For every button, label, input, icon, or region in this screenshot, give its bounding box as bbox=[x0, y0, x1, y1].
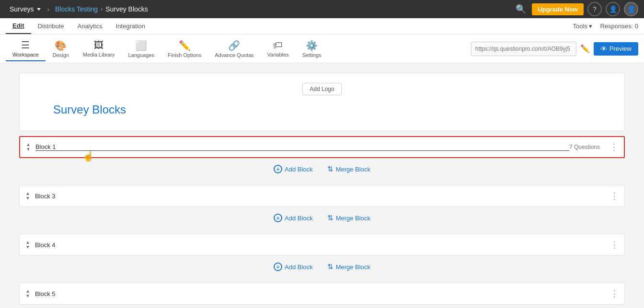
preview-button[interactable]: 👁 Preview bbox=[594, 42, 638, 56]
merge-block-label-3: Merge Block bbox=[336, 263, 370, 271]
block1-question-count: 7 Questions bbox=[569, 144, 600, 150]
surveys-dropdown-arrow bbox=[37, 8, 41, 11]
toolbar-languages[interactable]: ⬜ Languages bbox=[121, 37, 161, 61]
add-block-button-1[interactable]: + Add Block bbox=[274, 165, 313, 173]
breadcrumb-current: Survey Blocks bbox=[105, 5, 148, 13]
toolbar-right: ✏️ 👁 Preview bbox=[471, 42, 638, 56]
nav-distribute[interactable]: Distribute bbox=[31, 19, 71, 34]
block-row-5[interactable]: ▲ ▼ Block 5 ⋮ bbox=[19, 283, 625, 305]
sort-down-icon: ▼ bbox=[25, 294, 30, 298]
cursor-indicator: ☝ bbox=[82, 150, 94, 162]
merge-block-button-3[interactable]: ⇅ Merge Block bbox=[327, 262, 370, 271]
block1-more-button[interactable]: ⋮ bbox=[610, 142, 618, 152]
add-block-icon-2: + bbox=[274, 214, 282, 222]
upgrade-button[interactable]: Upgrade Now bbox=[532, 3, 584, 15]
notifications-icon[interactable]: 👤 bbox=[606, 2, 620, 16]
add-block-label-2: Add Block bbox=[285, 215, 313, 222]
toolbar-design[interactable]: 🎨 Design bbox=[46, 37, 76, 61]
merge-block-button-2[interactable]: ⇅ Merge Block bbox=[327, 214, 370, 222]
advance-quotas-label: Advance Quotas bbox=[215, 52, 253, 58]
survey-header-card: Add Logo Survey Blocks bbox=[19, 73, 625, 131]
toolbar-settings[interactable]: ⚙️ Settings bbox=[296, 37, 328, 61]
languages-icon: ⬜ bbox=[135, 40, 147, 51]
add-block-button-3[interactable]: + Add Block bbox=[274, 262, 313, 271]
finish-options-label: Finish Options bbox=[168, 52, 201, 58]
surveys-dropdown[interactable]: Surveys bbox=[6, 3, 45, 15]
block-actions-row-2: + Add Block ⇅ Merge Block bbox=[19, 207, 625, 229]
block4-name: Block 4 bbox=[35, 241, 610, 249]
languages-label: Languages bbox=[128, 52, 154, 58]
add-block-icon-1: + bbox=[274, 165, 282, 173]
nav-integration[interactable]: Integration bbox=[109, 19, 152, 34]
merge-block-icon-3: ⇅ bbox=[327, 262, 334, 271]
workspace-icon: ☰ bbox=[21, 39, 30, 51]
add-block-icon-3: + bbox=[274, 262, 282, 271]
responses-count: Responses: 0 bbox=[600, 23, 639, 30]
nav-actions: 🔍 Upgrade Now ? 👤 👤 bbox=[514, 2, 638, 16]
advance-quotas-icon: 🔗 bbox=[228, 40, 240, 51]
block5-name: Block 5 bbox=[35, 290, 610, 297]
block5-more-button[interactable]: ⋮ bbox=[610, 288, 619, 299]
block1-sort-handle[interactable]: ▲ ▼ bbox=[26, 142, 31, 152]
toolbar-variables[interactable]: 🏷 Variables bbox=[261, 37, 296, 60]
main-content: Add Logo Survey Blocks ▲ ▼ 7 Questions ⋮… bbox=[0, 63, 644, 308]
finish-options-icon: ✏️ bbox=[179, 40, 191, 51]
add-block-button-2[interactable]: + Add Block bbox=[274, 214, 313, 222]
merge-block-label-2: Merge Block bbox=[336, 215, 370, 222]
toolbar-workspace[interactable]: ☰ Workspace bbox=[6, 36, 46, 61]
add-block-label-1: Add Block bbox=[285, 166, 313, 173]
preview-label: Preview bbox=[610, 45, 632, 52]
search-icon[interactable]: 🔍 bbox=[514, 2, 528, 16]
merge-block-label-1: Merge Block bbox=[336, 166, 370, 173]
media-library-label: Media Library bbox=[83, 52, 115, 57]
variables-label: Variables bbox=[267, 52, 289, 57]
settings-label: Settings bbox=[302, 52, 322, 58]
tools-menu[interactable]: Tools ▾ bbox=[573, 23, 593, 30]
nav-analytics[interactable]: Analytics bbox=[70, 19, 109, 34]
workspace-label: Workspace bbox=[12, 52, 39, 57]
second-navbar: Edit Distribute Analytics Integration To… bbox=[0, 18, 644, 34]
block1-name-input[interactable] bbox=[35, 143, 569, 151]
sort-down-icon: ▼ bbox=[26, 147, 31, 152]
design-label: Design bbox=[53, 52, 69, 58]
block-row-4[interactable]: ▲ ▼ Block 4 ⋮ bbox=[19, 234, 625, 256]
sort-down-icon: ▼ bbox=[25, 245, 30, 250]
toolbar: ☰ Workspace 🎨 Design 🖼 Media Library ⬜ L… bbox=[0, 34, 644, 63]
merge-block-button-1[interactable]: ⇅ Merge Block bbox=[327, 165, 370, 173]
merge-block-icon-2: ⇅ bbox=[327, 214, 334, 222]
breadcrumb: › Blocks Testing › Survey Blocks bbox=[45, 5, 514, 13]
block-actions-row-3: + Add Block ⇅ Merge Block bbox=[19, 256, 625, 278]
toolbar-media-library[interactable]: 🖼 Media Library bbox=[76, 37, 122, 60]
avatar[interactable]: 👤 bbox=[624, 2, 638, 16]
breadcrumb-link[interactable]: Blocks Testing bbox=[55, 5, 98, 13]
variables-icon: 🏷 bbox=[273, 40, 283, 51]
block-actions-row-1: + Add Block ⇅ Merge Block bbox=[19, 158, 625, 180]
toolbar-advance-quotas[interactable]: 🔗 Advance Quotas bbox=[208, 37, 260, 61]
preview-eye-icon: 👁 bbox=[600, 45, 607, 53]
toolbar-finish-options[interactable]: ✏️ Finish Options bbox=[161, 37, 208, 61]
surveys-label: Surveys bbox=[10, 5, 34, 13]
nav-edit[interactable]: Edit bbox=[6, 18, 31, 34]
block3-more-button[interactable]: ⋮ bbox=[610, 191, 619, 201]
design-icon: 🎨 bbox=[55, 40, 67, 51]
block3-sort-handle[interactable]: ▲ ▼ bbox=[25, 191, 30, 201]
help-icon[interactable]: ? bbox=[587, 2, 602, 16]
merge-block-icon-1: ⇅ bbox=[327, 165, 334, 173]
media-library-icon: 🖼 bbox=[94, 40, 104, 51]
survey-url-input[interactable] bbox=[471, 42, 576, 56]
add-block-label-3: Add Block bbox=[285, 263, 313, 271]
block-row-1[interactable]: ▲ ▼ 7 Questions ⋮ ☝ bbox=[19, 136, 625, 158]
edit-url-button[interactable]: ✏️ bbox=[580, 44, 590, 53]
block3-name: Block 3 bbox=[35, 193, 610, 200]
settings-icon: ⚙️ bbox=[306, 40, 318, 51]
sort-down-icon: ▼ bbox=[25, 196, 30, 201]
block-row-3[interactable]: ▲ ▼ Block 3 ⋮ bbox=[19, 185, 625, 207]
block4-more-button[interactable]: ⋮ bbox=[610, 240, 619, 250]
top-navbar: Surveys › Blocks Testing › Survey Blocks… bbox=[0, 0, 644, 18]
survey-title: Survey Blocks bbox=[53, 103, 610, 116]
block4-sort-handle[interactable]: ▲ ▼ bbox=[25, 240, 30, 250]
add-logo-button[interactable]: Add Logo bbox=[302, 83, 341, 95]
block5-sort-handle[interactable]: ▲ ▼ bbox=[25, 289, 30, 298]
second-nav-right: Tools ▾ Responses: 0 bbox=[573, 23, 638, 30]
breadcrumb-chevron: › bbox=[101, 6, 103, 12]
